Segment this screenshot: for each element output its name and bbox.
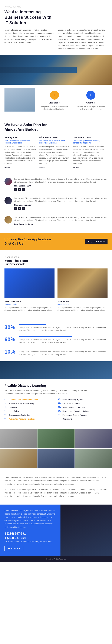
course-num: 12.: [58, 418, 61, 420]
course-num: 07.: [58, 398, 61, 400]
contact-description: Lorem ad minim veniam, quis nostrud exer…: [4, 509, 56, 529]
testimonial-2-author: Nina Leo, manager: [14, 204, 108, 206]
plan-lease-subtitle: Test. Lorem ipsum dolor sit amet, consec…: [39, 140, 70, 144]
team-photo-alex: [4, 268, 54, 298]
course-item: 07.Material Handling Systems: [58, 398, 108, 401]
hero-section: SAMPLE HEADING We Are Increasing Busines…: [0, 0, 112, 85]
avatar-mike: [4, 178, 12, 185]
twitter-icon[interactable]: t: [18, 188, 21, 191]
contact-section: Lorem ad minim veniam, quis nostrud exer…: [0, 504, 112, 556]
stat-text-10: Sample text. Click to select the text bo…: [20, 350, 108, 356]
course-label: Plant Layout Experts Production: [62, 414, 88, 416]
course-item: 02.Practical Training and Marketing: [4, 402, 54, 405]
photo-grid-section: [0, 429, 112, 468]
cta-section: Looking For Visa Applications Just Call …: [0, 233, 112, 250]
course-label: Automated Measuring Systems: [9, 418, 36, 420]
feature-visualize-desc: Sample text. Click again or double-click…: [39, 105, 70, 110]
course-item: 03.Equipment: [4, 406, 54, 409]
contact-address: 101 Stock Street, 21 Avenue, New York, N…: [4, 540, 56, 543]
read-more-button[interactable]: READ MORE: [4, 546, 23, 552]
photo-cell-2: [38, 429, 74, 448]
course-num: 09.: [58, 406, 61, 408]
stat-row-60: 60% Sample text. Click to select the tex…: [4, 334, 108, 346]
create-icon: ✦: [86, 91, 95, 100]
stats-section: 30% Sample text. Click to select the tex…: [0, 319, 112, 361]
youtube-icon[interactable]: y: [22, 207, 25, 210]
plan-monthly-subtitle: Test. Lorem ipsum dolor sit amet, consec…: [4, 140, 36, 144]
stat-percent-10: 10%: [4, 349, 16, 355]
team-card-alex: Alex Greenfield Creative Leader Lorem ip…: [4, 268, 54, 312]
hero-right-text: Excepteur sint occaecat cupidatat non pr…: [58, 28, 108, 50]
plan-monthly-more[interactable]: MORE: [4, 167, 36, 169]
contact-phone-1: 1 (234) 567-891: [4, 532, 56, 535]
stat-bar-30: [20, 324, 108, 325]
testimonial-1-content: Sample text. Click to select the text bo…: [14, 178, 108, 191]
photo-cell-3: [75, 429, 112, 448]
footer: © 2023 All Rights Reserved: [0, 556, 112, 562]
plan-purchase-more[interactable]: MORE: [73, 167, 104, 169]
plan-lease-more[interactable]: MORE: [39, 167, 70, 169]
team-photo-may: [58, 268, 108, 298]
stat-text-30: Sample text. Click to select the text bo…: [20, 326, 108, 332]
avatar-lora: [4, 216, 12, 224]
testimonial-3-text: Sample text. Click to select the text bo…: [14, 216, 108, 222]
solar-title: We Have a Solar Plan for Almost Any Budg…: [4, 122, 52, 132]
course-col-1: 01.Component Production Equipment02.Prac…: [4, 398, 54, 422]
plan-lease: Full Amount Lease Test. Lorem ipsum dolo…: [39, 136, 73, 169]
course-item: 05.Developments, Social Sets: [4, 414, 54, 416]
course-num: 02.: [4, 402, 8, 404]
cta-button[interactable]: +1 (777) 743 81 19: [85, 238, 108, 244]
twitter-icon-2[interactable]: t: [18, 207, 21, 210]
bottom-text-1: Lorem ad minim veniam, quis nostrud exer…: [4, 476, 108, 486]
feature-card-visualize: 🔸 Visualize It Sample text. Click again …: [38, 88, 71, 114]
testimonial-1-text: Sample text. Click to select the text bo…: [14, 178, 108, 183]
course-item: 10.Replacement Production Surface: [58, 410, 108, 412]
stat-row-30: 30% Sample text. Click to select the tex…: [4, 322, 108, 334]
team-member-role-may: Sales Manager: [58, 303, 108, 305]
course-label: Consultants: [62, 418, 72, 420]
plan-lease-desc: Eiusmod tempor incididunt ut labore et d…: [39, 145, 70, 165]
plan-monthly: Monthly Plan Test. Lorem ipsum dolor sit…: [4, 136, 39, 169]
visualize-icon: 🔸: [50, 91, 59, 100]
distance-title: Flexible Distance Learning: [4, 384, 108, 388]
feature-create-title: Create It: [86, 102, 95, 104]
plan-purchase-desc: Eiusmod tempor incididunt ut labore et d…: [73, 145, 104, 165]
stat-percent-30: 30%: [4, 324, 16, 330]
photo-cell-4: [0, 449, 37, 468]
team-tag: IMAGE IS SCROLL: [4, 256, 108, 258]
course-label: Roll Off Truss Trailers: [62, 402, 80, 405]
course-num: 03.: [4, 406, 8, 408]
facebook-icon[interactable]: f: [14, 188, 17, 191]
stat-text-60: Sample text. Click to select the text bo…: [20, 338, 108, 344]
contact-right-panel: [60, 504, 112, 556]
team-card-may: May Brown Sales Manager Lorem ipsum dolo…: [58, 268, 108, 312]
course-num: 04.: [4, 410, 8, 412]
course-num: 08.: [58, 402, 61, 404]
course-item: 08.Roll Off Truss Trailers: [58, 402, 108, 405]
photo-cell-1: [0, 429, 37, 448]
facebook-icon-2[interactable]: f: [14, 207, 17, 210]
stat-row-10: 10% Sample text. Click to select the tex…: [4, 346, 108, 358]
course-item: 11.Plant Layout Experts Production: [58, 414, 108, 416]
photo-cell-6: [75, 449, 112, 468]
hero-tag: SAMPLE HEADING: [4, 6, 108, 8]
footer-text: © 2023 All Rights Reserved: [46, 558, 66, 560]
team-section: IMAGE IS SCROLL Meet The Team Our Profes…: [0, 250, 112, 319]
course-num: 05.: [4, 414, 8, 416]
avatar-nina: [4, 197, 12, 204]
team-member-role-alex: Creative Leader: [4, 303, 54, 305]
course-item: 12.Consultants: [58, 418, 108, 420]
team-member-desc-may: Lorem ipsum dolor sit amet, consectetur …: [58, 306, 108, 312]
testimonial-3-content: Sample text. Click to select the text bo…: [14, 216, 108, 225]
social-icons-2: f t y: [14, 207, 108, 210]
instagram-icon[interactable]: in: [22, 188, 25, 191]
bottom-text-section: Lorem ad minim veniam, quis nostrud exer…: [0, 471, 112, 504]
course-label: Material Handling Systems: [62, 398, 84, 401]
testimonial-1-author: Mike Larson, CEO: [14, 185, 108, 187]
hero-title: We Are Increasing Business Success With …: [4, 9, 55, 26]
course-label: Replacement Production Surface: [62, 410, 89, 412]
plan-purchase-subtitle: Test. Lorem ipsum dolor sit amet, consec…: [73, 140, 104, 144]
stat-bar-10: [20, 349, 108, 349]
course-label: Component Production Equipment: [9, 398, 38, 401]
course-label: Waste Reduction Equipment: [62, 406, 85, 409]
